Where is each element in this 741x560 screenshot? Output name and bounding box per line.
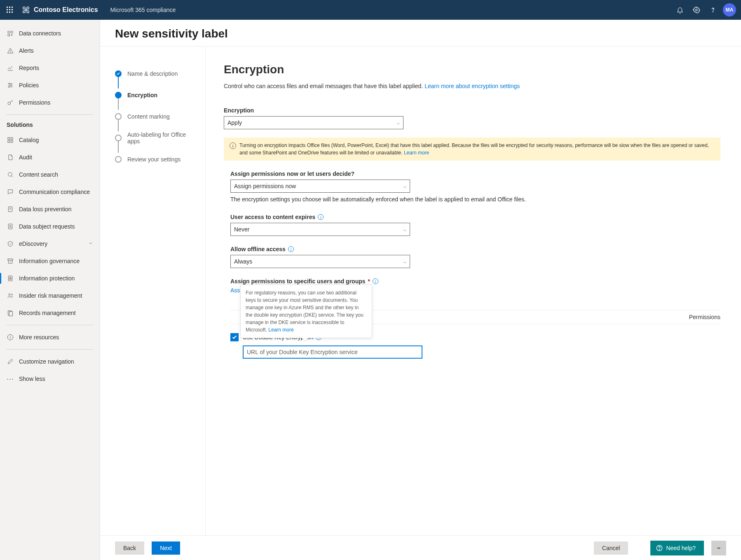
sidebar-item-records-management[interactable]: Records management (0, 304, 100, 322)
search-icon (7, 171, 14, 178)
page-title: New sensitivity label (115, 27, 726, 40)
svg-rect-7 (9, 12, 10, 13)
chevron-down-icon: ⌵ (403, 184, 406, 189)
nav-section-solutions: Solutions (0, 118, 100, 131)
dke-tooltip: For regulatory reasons, you can use two … (240, 285, 372, 338)
brand-name[interactable]: Contoso Electronics (34, 6, 98, 14)
svg-point-43 (12, 294, 13, 295)
next-button[interactable]: Next (152, 541, 180, 555)
svg-rect-8 (12, 12, 13, 13)
nav-label: Information protection (19, 275, 75, 282)
svg-rect-3 (7, 9, 8, 10)
nav-label: Data subject requests (19, 223, 75, 230)
svg-rect-18 (11, 31, 13, 33)
settings-icon[interactable] (688, 2, 705, 18)
info-icon[interactable]: i (318, 214, 324, 220)
wizard-footer: Back Next Cancel Need help? (100, 535, 741, 560)
sidebar-item-audit[interactable]: Audit (0, 149, 100, 166)
page-header: New sensitivity label (100, 20, 741, 47)
assign-permissions-select[interactable]: Assign permissions now ⌵ (230, 180, 410, 193)
step-label: Content marking (127, 113, 170, 120)
nav-more-resources[interactable]: More resources (0, 329, 100, 346)
sidebar-item-reports[interactable]: Reports (0, 59, 100, 77)
encryption-select[interactable]: Apply ⌵ (224, 116, 403, 129)
step-content-marking[interactable]: Content marking (115, 106, 197, 127)
need-help-button[interactable]: Need help? (650, 541, 704, 555)
learn-more-link[interactable]: Learn more about encryption settings (424, 83, 520, 89)
field-label-offline: Allow offline access i (230, 246, 720, 252)
doc-icon (7, 154, 14, 161)
infobar-learn-more-link[interactable]: Learn more (404, 150, 429, 156)
step-review-your-settings[interactable]: Review your settings (115, 149, 197, 170)
sidebar-item-information-governance[interactable]: Information governance (0, 252, 100, 270)
nav-label: Catalog (19, 137, 39, 143)
offline-select[interactable]: Always ⌵ (230, 255, 410, 268)
step-label: Encryption (127, 92, 157, 98)
cancel-button[interactable]: Cancel (594, 541, 628, 555)
step-encryption[interactable]: Encryption (115, 84, 197, 106)
info-icon[interactable]: i (288, 246, 294, 252)
sidebar-item-catalog[interactable]: Catalog (0, 131, 100, 149)
svg-point-21 (10, 52, 11, 53)
step-pending-icon (115, 135, 122, 141)
expire-select[interactable]: Never ⌵ (230, 223, 410, 236)
sidebar-item-data-loss-prevention[interactable]: Data loss prevention (0, 201, 100, 218)
sidebar-item-communication-compliance[interactable]: Communication compliance (0, 183, 100, 201)
assign-helper-text: The encryption settings you choose will … (230, 195, 720, 204)
svg-point-37 (10, 225, 11, 226)
nav-label: Information governance (19, 258, 80, 264)
svg-rect-41 (9, 278, 11, 279)
gavel-icon (7, 240, 14, 247)
step-label: Auto-labeling for Office apps (127, 131, 197, 145)
tooltip-learn-more-link[interactable]: Learn more (268, 327, 293, 333)
more-icon: ··· (7, 375, 14, 383)
nav-label: Insider risk management (19, 292, 82, 299)
step-name-description[interactable]: Name & description (115, 63, 197, 84)
svg-rect-19 (8, 34, 10, 36)
sidebar-item-data-connectors[interactable]: Data connectors (0, 25, 100, 42)
step-auto-labeling-for-office-apps[interactable]: Auto-labeling for Office apps (115, 127, 197, 149)
svg-rect-0 (7, 7, 8, 8)
svg-point-25 (9, 83, 10, 84)
sidebar-item-information-protection[interactable]: Information protection (0, 270, 100, 287)
notifications-icon[interactable] (672, 2, 688, 18)
svg-rect-38 (8, 259, 13, 260)
nav-show-less[interactable]: ··· Show less (0, 370, 100, 387)
dke-checkbox[interactable] (230, 333, 239, 341)
sidebar-item-insider-risk-management[interactable]: Insider risk management (0, 287, 100, 304)
form-panel: Encryption Control who can access files … (206, 47, 741, 535)
sidebar-item-content-search[interactable]: Content search (0, 166, 100, 183)
svg-point-26 (11, 85, 12, 86)
nav-label: Reports (19, 65, 39, 71)
help-icon[interactable] (705, 2, 721, 18)
svg-rect-40 (8, 276, 12, 281)
sidebar-item-policies[interactable]: Policies (0, 77, 100, 94)
sidebar-item-ediscovery[interactable]: eDiscovery (0, 235, 100, 252)
risk-icon (7, 292, 14, 299)
sidebar-item-alerts[interactable]: Alerts (0, 42, 100, 59)
svg-rect-17 (8, 31, 10, 33)
svg-point-48 (10, 336, 11, 336)
chevron-down-icon (88, 240, 93, 247)
nav-label: Audit (19, 154, 32, 161)
user-avatar[interactable]: MA (723, 3, 736, 16)
info-icon[interactable]: i (373, 278, 378, 284)
sidebar-item-data-subject-requests[interactable]: Data subject requests (0, 218, 100, 235)
intro-text: Control who can access files and email m… (224, 82, 720, 91)
nav-label: Communication compliance (19, 189, 90, 195)
need-help-chevron[interactable] (711, 541, 726, 555)
sidebar-item-permissions[interactable]: Permissions (0, 94, 100, 111)
back-button[interactable]: Back (115, 541, 144, 555)
nav-label: Alerts (19, 47, 34, 54)
records-icon (7, 309, 14, 317)
info-icon (7, 334, 14, 341)
nav-label: Data loss prevention (19, 206, 72, 212)
dke-url-input[interactable] (243, 345, 422, 359)
sidebar-nav: Data connectorsAlertsReportsPoliciesPerm… (0, 20, 100, 560)
step-label: Name & description (127, 70, 178, 77)
nav-label: eDiscovery (19, 240, 47, 247)
nav-customize[interactable]: Customize navigation (0, 353, 100, 370)
grid-icon (7, 136, 14, 144)
info-icon: i (230, 142, 236, 149)
app-launcher-icon[interactable] (3, 3, 16, 16)
